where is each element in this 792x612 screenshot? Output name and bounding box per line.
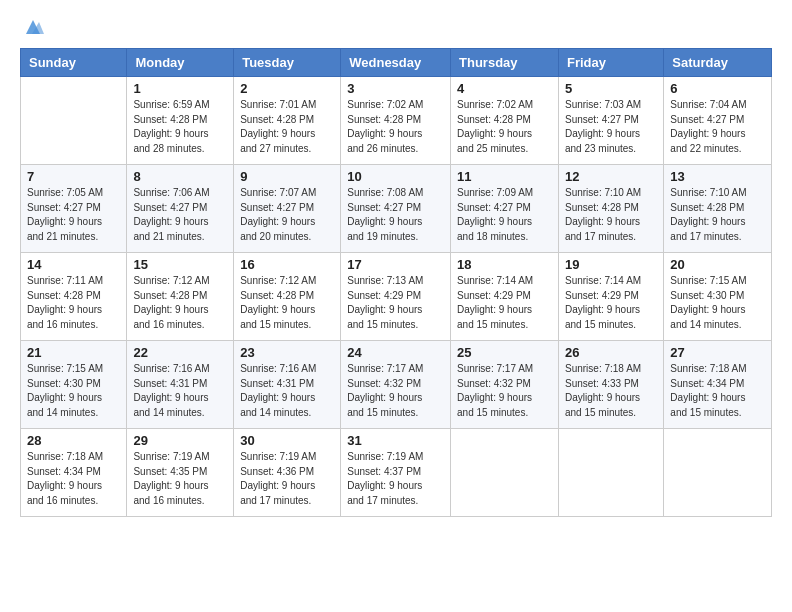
day-number: 3	[347, 81, 444, 96]
header	[20, 16, 772, 38]
page: SundayMondayTuesdayWednesdayThursdayFrid…	[0, 0, 792, 612]
calendar-week-row: 28Sunrise: 7:18 AMSunset: 4:34 PMDayligh…	[21, 429, 772, 517]
calendar-week-row: 7Sunrise: 7:05 AMSunset: 4:27 PMDaylight…	[21, 165, 772, 253]
day-info: Sunrise: 7:12 AMSunset: 4:28 PMDaylight:…	[133, 274, 227, 332]
calendar-week-row: 21Sunrise: 7:15 AMSunset: 4:30 PMDayligh…	[21, 341, 772, 429]
calendar-day-cell: 23Sunrise: 7:16 AMSunset: 4:31 PMDayligh…	[234, 341, 341, 429]
day-info: Sunrise: 7:01 AMSunset: 4:28 PMDaylight:…	[240, 98, 334, 156]
logo	[20, 16, 44, 38]
calendar-day-cell: 24Sunrise: 7:17 AMSunset: 4:32 PMDayligh…	[341, 341, 451, 429]
logo-icon	[22, 16, 44, 38]
calendar-day-cell: 16Sunrise: 7:12 AMSunset: 4:28 PMDayligh…	[234, 253, 341, 341]
calendar-day-cell: 15Sunrise: 7:12 AMSunset: 4:28 PMDayligh…	[127, 253, 234, 341]
day-info: Sunrise: 6:59 AMSunset: 4:28 PMDaylight:…	[133, 98, 227, 156]
day-number: 29	[133, 433, 227, 448]
day-info: Sunrise: 7:17 AMSunset: 4:32 PMDaylight:…	[457, 362, 552, 420]
day-info: Sunrise: 7:12 AMSunset: 4:28 PMDaylight:…	[240, 274, 334, 332]
day-number: 31	[347, 433, 444, 448]
calendar-week-row: 1Sunrise: 6:59 AMSunset: 4:28 PMDaylight…	[21, 77, 772, 165]
calendar-day-cell: 8Sunrise: 7:06 AMSunset: 4:27 PMDaylight…	[127, 165, 234, 253]
day-info: Sunrise: 7:16 AMSunset: 4:31 PMDaylight:…	[133, 362, 227, 420]
day-info: Sunrise: 7:15 AMSunset: 4:30 PMDaylight:…	[670, 274, 765, 332]
calendar-week-row: 14Sunrise: 7:11 AMSunset: 4:28 PMDayligh…	[21, 253, 772, 341]
calendar-day-header: Thursday	[451, 49, 559, 77]
day-number: 25	[457, 345, 552, 360]
day-number: 22	[133, 345, 227, 360]
day-number: 17	[347, 257, 444, 272]
day-info: Sunrise: 7:06 AMSunset: 4:27 PMDaylight:…	[133, 186, 227, 244]
calendar-day-cell: 3Sunrise: 7:02 AMSunset: 4:28 PMDaylight…	[341, 77, 451, 165]
day-info: Sunrise: 7:08 AMSunset: 4:27 PMDaylight:…	[347, 186, 444, 244]
calendar-day-cell: 4Sunrise: 7:02 AMSunset: 4:28 PMDaylight…	[451, 77, 559, 165]
calendar-day-cell: 25Sunrise: 7:17 AMSunset: 4:32 PMDayligh…	[451, 341, 559, 429]
day-number: 10	[347, 169, 444, 184]
day-number: 27	[670, 345, 765, 360]
day-info: Sunrise: 7:14 AMSunset: 4:29 PMDaylight:…	[565, 274, 657, 332]
calendar-day-cell: 6Sunrise: 7:04 AMSunset: 4:27 PMDaylight…	[664, 77, 772, 165]
day-info: Sunrise: 7:07 AMSunset: 4:27 PMDaylight:…	[240, 186, 334, 244]
day-info: Sunrise: 7:18 AMSunset: 4:33 PMDaylight:…	[565, 362, 657, 420]
calendar-day-cell: 20Sunrise: 7:15 AMSunset: 4:30 PMDayligh…	[664, 253, 772, 341]
calendar-day-cell: 2Sunrise: 7:01 AMSunset: 4:28 PMDaylight…	[234, 77, 341, 165]
day-info: Sunrise: 7:10 AMSunset: 4:28 PMDaylight:…	[565, 186, 657, 244]
day-number: 13	[670, 169, 765, 184]
day-number: 6	[670, 81, 765, 96]
calendar-day-cell	[664, 429, 772, 517]
day-number: 8	[133, 169, 227, 184]
calendar-day-cell: 17Sunrise: 7:13 AMSunset: 4:29 PMDayligh…	[341, 253, 451, 341]
day-info: Sunrise: 7:10 AMSunset: 4:28 PMDaylight:…	[670, 186, 765, 244]
calendar-day-cell: 1Sunrise: 6:59 AMSunset: 4:28 PMDaylight…	[127, 77, 234, 165]
day-number: 1	[133, 81, 227, 96]
calendar-day-header: Sunday	[21, 49, 127, 77]
calendar-day-cell: 18Sunrise: 7:14 AMSunset: 4:29 PMDayligh…	[451, 253, 559, 341]
day-number: 4	[457, 81, 552, 96]
calendar-table: SundayMondayTuesdayWednesdayThursdayFrid…	[20, 48, 772, 517]
day-number: 2	[240, 81, 334, 96]
day-info: Sunrise: 7:15 AMSunset: 4:30 PMDaylight:…	[27, 362, 120, 420]
day-number: 18	[457, 257, 552, 272]
day-info: Sunrise: 7:09 AMSunset: 4:27 PMDaylight:…	[457, 186, 552, 244]
day-number: 7	[27, 169, 120, 184]
calendar-day-cell: 11Sunrise: 7:09 AMSunset: 4:27 PMDayligh…	[451, 165, 559, 253]
day-number: 30	[240, 433, 334, 448]
day-info: Sunrise: 7:19 AMSunset: 4:35 PMDaylight:…	[133, 450, 227, 508]
day-number: 14	[27, 257, 120, 272]
day-info: Sunrise: 7:19 AMSunset: 4:37 PMDaylight:…	[347, 450, 444, 508]
day-info: Sunrise: 7:05 AMSunset: 4:27 PMDaylight:…	[27, 186, 120, 244]
calendar-day-cell: 12Sunrise: 7:10 AMSunset: 4:28 PMDayligh…	[558, 165, 663, 253]
day-number: 19	[565, 257, 657, 272]
calendar-day-cell: 19Sunrise: 7:14 AMSunset: 4:29 PMDayligh…	[558, 253, 663, 341]
calendar-day-cell	[21, 77, 127, 165]
calendar-day-header: Friday	[558, 49, 663, 77]
day-info: Sunrise: 7:17 AMSunset: 4:32 PMDaylight:…	[347, 362, 444, 420]
day-number: 5	[565, 81, 657, 96]
day-info: Sunrise: 7:14 AMSunset: 4:29 PMDaylight:…	[457, 274, 552, 332]
day-number: 16	[240, 257, 334, 272]
day-info: Sunrise: 7:03 AMSunset: 4:27 PMDaylight:…	[565, 98, 657, 156]
day-info: Sunrise: 7:13 AMSunset: 4:29 PMDaylight:…	[347, 274, 444, 332]
day-number: 12	[565, 169, 657, 184]
day-info: Sunrise: 7:18 AMSunset: 4:34 PMDaylight:…	[27, 450, 120, 508]
calendar-header-row: SundayMondayTuesdayWednesdayThursdayFrid…	[21, 49, 772, 77]
day-number: 23	[240, 345, 334, 360]
calendar-day-cell: 7Sunrise: 7:05 AMSunset: 4:27 PMDaylight…	[21, 165, 127, 253]
calendar-day-cell: 28Sunrise: 7:18 AMSunset: 4:34 PMDayligh…	[21, 429, 127, 517]
day-number: 24	[347, 345, 444, 360]
calendar-day-cell	[451, 429, 559, 517]
calendar-day-header: Tuesday	[234, 49, 341, 77]
calendar-day-cell: 27Sunrise: 7:18 AMSunset: 4:34 PMDayligh…	[664, 341, 772, 429]
calendar-day-header: Wednesday	[341, 49, 451, 77]
calendar-day-cell: 14Sunrise: 7:11 AMSunset: 4:28 PMDayligh…	[21, 253, 127, 341]
calendar-day-header: Monday	[127, 49, 234, 77]
day-number: 20	[670, 257, 765, 272]
day-info: Sunrise: 7:02 AMSunset: 4:28 PMDaylight:…	[457, 98, 552, 156]
calendar-day-cell: 26Sunrise: 7:18 AMSunset: 4:33 PMDayligh…	[558, 341, 663, 429]
day-info: Sunrise: 7:16 AMSunset: 4:31 PMDaylight:…	[240, 362, 334, 420]
day-number: 21	[27, 345, 120, 360]
day-info: Sunrise: 7:11 AMSunset: 4:28 PMDaylight:…	[27, 274, 120, 332]
day-info: Sunrise: 7:02 AMSunset: 4:28 PMDaylight:…	[347, 98, 444, 156]
calendar-day-cell: 30Sunrise: 7:19 AMSunset: 4:36 PMDayligh…	[234, 429, 341, 517]
day-info: Sunrise: 7:04 AMSunset: 4:27 PMDaylight:…	[670, 98, 765, 156]
day-number: 28	[27, 433, 120, 448]
calendar-day-cell: 31Sunrise: 7:19 AMSunset: 4:37 PMDayligh…	[341, 429, 451, 517]
